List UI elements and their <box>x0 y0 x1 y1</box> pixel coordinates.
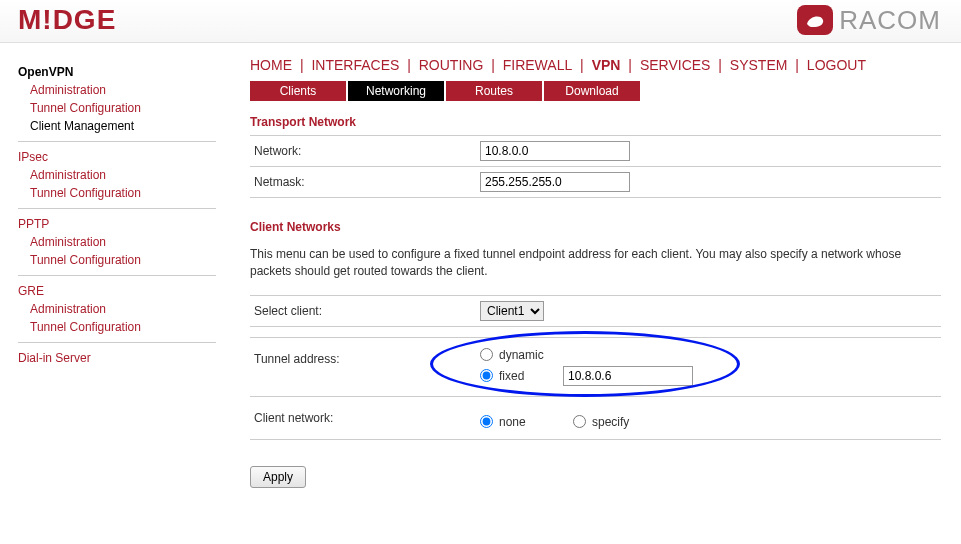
tab-routes[interactable]: Routes <box>446 81 542 101</box>
sidebar-item-client-management[interactable]: Client Management <box>18 117 216 135</box>
header: M!DGE RACOM <box>0 0 961 43</box>
nav-vpn[interactable]: VPN <box>592 57 621 73</box>
apply-button[interactable]: Apply <box>250 466 306 488</box>
tunnel-dynamic-radio[interactable] <box>480 348 493 361</box>
nav-logout[interactable]: LOGOUT <box>807 57 866 73</box>
row-select-client: Select client: Client1 <box>250 295 941 327</box>
sidebar-head-openvpn[interactable]: OpenVPN <box>18 63 216 81</box>
select-client-dropdown[interactable]: Client1 <box>480 301 544 321</box>
sidebar: OpenVPNAdministrationTunnel Configuratio… <box>0 57 230 508</box>
sub-tabs: ClientsNetworkingRoutesDownload <box>250 81 941 101</box>
sidebar-head-pptp[interactable]: PPTP <box>18 215 216 233</box>
select-client-label: Select client: <box>250 304 480 318</box>
nav-sep: | <box>399 57 418 73</box>
tab-clients[interactable]: Clients <box>250 81 346 101</box>
top-nav: HOME | INTERFACES | ROUTING | FIREWALL |… <box>250 57 941 81</box>
clientnet-specify-radio[interactable] <box>573 415 586 428</box>
racom-icon <box>797 5 833 35</box>
main-content: HOME | INTERFACES | ROUTING | FIREWALL |… <box>230 57 961 508</box>
tunnel-fixed-label: fixed <box>499 369 557 383</box>
nav-sep: | <box>572 57 591 73</box>
netmask-input[interactable] <box>480 172 630 192</box>
sidebar-head-ipsec[interactable]: IPsec <box>18 148 216 166</box>
tunnel-address-label: Tunnel address: <box>250 346 480 388</box>
sidebar-head-gre[interactable]: GRE <box>18 282 216 300</box>
tunnel-fixed-radio[interactable] <box>480 369 493 382</box>
client-networks-title: Client Networks <box>250 220 941 234</box>
nav-sep: | <box>710 57 729 73</box>
nav-firewall[interactable]: FIREWALL <box>503 57 573 73</box>
tunnel-fixed-input[interactable] <box>563 366 693 386</box>
sidebar-item-administration[interactable]: Administration <box>18 300 216 318</box>
clientnet-specify-label: specify <box>592 415 650 429</box>
row-netmask: Netmask: <box>250 166 941 198</box>
sidebar-item-administration[interactable]: Administration <box>18 81 216 99</box>
clientnet-none-radio[interactable] <box>480 415 493 428</box>
nav-interfaces[interactable]: INTERFACES <box>311 57 399 73</box>
transport-title: Transport Network <box>250 115 941 129</box>
nav-sep: | <box>483 57 502 73</box>
nav-services[interactable]: SERVICES <box>640 57 711 73</box>
nav-sep: | <box>292 57 311 73</box>
network-label: Network: <box>250 144 480 158</box>
clientnet-none-label: none <box>499 415 557 429</box>
tunnel-dynamic-label: dynamic <box>499 348 557 362</box>
nav-routing[interactable]: ROUTING <box>419 57 484 73</box>
row-tunnel-address: Tunnel address: dynamic fixed <box>250 337 941 396</box>
row-client-network: Client network: none specify <box>250 396 941 440</box>
client-network-label: Client network: <box>250 405 480 431</box>
network-input[interactable] <box>480 141 630 161</box>
row-network: Network: <box>250 135 941 166</box>
client-networks-desc: This menu can be used to configure a fix… <box>250 240 941 295</box>
tab-networking[interactable]: Networking <box>348 81 444 101</box>
nav-sep: | <box>620 57 639 73</box>
nav-home[interactable]: HOME <box>250 57 292 73</box>
brand-logo-racom-text: RACOM <box>839 5 941 36</box>
sidebar-head-dial-in-server[interactable]: Dial-in Server <box>18 349 216 367</box>
sidebar-item-administration[interactable]: Administration <box>18 166 216 184</box>
sidebar-item-tunnel-configuration[interactable]: Tunnel Configuration <box>18 251 216 269</box>
sidebar-item-tunnel-configuration[interactable]: Tunnel Configuration <box>18 184 216 202</box>
nav-system[interactable]: SYSTEM <box>730 57 788 73</box>
brand-logo-racom-wrap: RACOM <box>797 5 941 36</box>
nav-sep: | <box>787 57 806 73</box>
tab-download[interactable]: Download <box>544 81 640 101</box>
sidebar-item-tunnel-configuration[interactable]: Tunnel Configuration <box>18 99 216 117</box>
netmask-label: Netmask: <box>250 175 480 189</box>
sidebar-item-administration[interactable]: Administration <box>18 233 216 251</box>
sidebar-item-tunnel-configuration[interactable]: Tunnel Configuration <box>18 318 216 336</box>
brand-logo-midge: M!DGE <box>18 4 116 36</box>
